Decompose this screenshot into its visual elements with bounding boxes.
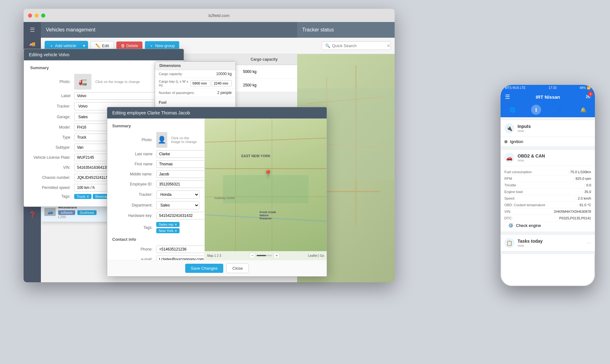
last-name-label: Last name: [112, 152, 156, 156]
employee-photo-row: Photo: 👤 Click on the image to change: [112, 132, 199, 148]
obd2-subtitle: now: [518, 158, 545, 162]
truck-icon[interactable]: 🚚: [27, 39, 37, 49]
tab-bell[interactable]: 🔔: [578, 105, 588, 115]
tags-field-label: Tags:: [30, 194, 74, 199]
phone-carrier: MTS RUS LTE: [505, 86, 525, 90]
search-input[interactable]: [332, 43, 385, 48]
map-label: Fresh CreekNaturePreserve: [260, 211, 276, 220]
browser-titlebar: b2field.com: [24, 9, 395, 22]
map-park-area: [223, 175, 308, 203]
zoom-out-button[interactable]: −: [249, 252, 255, 259]
close-button[interactable]: Close: [226, 263, 249, 273]
dtc-row: DTC: P0325,P0135,P0141: [504, 215, 591, 222]
first-name-label: First name: [112, 162, 156, 166]
tab-globe[interactable]: 🌐: [507, 105, 518, 115]
employee-id-input[interactable]: [156, 180, 205, 188]
zoom-in-button[interactable]: ＋: [274, 252, 280, 259]
email-input[interactable]: [156, 256, 205, 260]
first-name-input[interactable]: [156, 160, 205, 168]
cargo-capacity-row: Cargo capacity: 10000 kg: [155, 70, 236, 78]
hardware-key-input[interactable]: [156, 212, 205, 219]
inputs-title: Inputs: [518, 124, 531, 129]
dimensions-tab[interactable]: Dimensions: [155, 62, 236, 70]
phone-message-badge: 3: [588, 91, 593, 97]
map-road: [205, 168, 327, 169]
department-row: Department: Sales: [112, 201, 199, 209]
speed-field-label: Permitted speed:: [30, 185, 74, 190]
location-marker: 📍: [264, 170, 272, 178]
phone-input[interactable]: [156, 245, 205, 253]
ignition-dot: [504, 140, 507, 143]
phone-hamburger-icon[interactable]: ☰: [505, 93, 510, 100]
coolant-temp-value: 61.0 °C: [580, 203, 591, 207]
type-field-label: Type: [30, 135, 74, 140]
save-changes-button[interactable]: Save Changes: [185, 264, 223, 273]
check-engine-label: Check engine: [516, 223, 541, 228]
hamburger-icon[interactable]: ☰: [30, 26, 35, 33]
inputs-subtitle: now: [518, 129, 531, 133]
left-help-icon[interactable]: ❓: [29, 211, 36, 218]
vehicle-photo[interactable]: 🚛: [74, 74, 92, 90]
cargo-bay-row: Cargo bay (L x W x H):: [155, 78, 236, 89]
remove-tag-truck[interactable]: ✕: [86, 195, 89, 198]
speed-value: 2.0 km/h: [578, 196, 591, 200]
tracker-field-label: Tracker:: [30, 104, 74, 108]
plus-icon-group: ＋: [149, 43, 153, 49]
ignition-row: Ignition: [501, 137, 595, 146]
search-box[interactable]: 🔍 ✕: [322, 41, 391, 50]
vehicle-capacity: 2500 kg: [243, 83, 293, 87]
inputs-card-info: Inputs now: [518, 124, 531, 133]
employee-id-row: Employee ID:: [112, 180, 199, 188]
employee-tracker-select[interactable]: Honda: [156, 190, 199, 199]
clear-search-icon[interactable]: ✕: [387, 43, 390, 48]
employee-tracker-row: Tracker: Honda: [112, 190, 199, 199]
license-plate-label: Vehicle License Plate:: [30, 155, 74, 160]
last-name-input[interactable]: [156, 150, 205, 158]
cargo-bay-length[interactable]: [190, 80, 210, 86]
department-select[interactable]: Sales: [156, 201, 199, 209]
url-bar[interactable]: b2field.com: [48, 13, 390, 18]
employee-photo[interactable]: 👤: [156, 132, 167, 148]
tab-person[interactable]: 👤: [555, 105, 565, 115]
mitsubishi-tags: software Southeast: [58, 210, 98, 215]
first-name-row: First name: [112, 160, 199, 168]
engine-load-row: Engine load : 35.0: [504, 189, 591, 195]
remove-tag-newyork[interactable]: ✕: [175, 229, 177, 233]
coolant-temp-label: OBD: Coolant temperature: [504, 203, 576, 207]
close-traffic-light[interactable]: [28, 14, 32, 18]
phone-battery: 48% 📶: [580, 86, 591, 90]
employee-tags-label: Tags:: [112, 225, 156, 230]
fuel-consumption-value: 75.0 L/100km: [570, 170, 591, 174]
tag-sales-rep: Sales rep ✕: [156, 222, 180, 227]
tasks-more-icon[interactable]: ···: [587, 240, 591, 246]
vehicle-capacity: 5000 kg: [243, 69, 293, 74]
middle-name-input[interactable]: [156, 170, 205, 178]
map-label: EAST NEW YORK: [241, 154, 270, 158]
employee-summary-title: Summary: [112, 124, 199, 128]
tag-southeast: Southeast: [77, 210, 97, 215]
remove-tag-salesrep[interactable]: ✕: [175, 223, 177, 226]
photo-area[interactable]: 🚛 Click on the image to change: [74, 74, 140, 90]
throttle-row: Throttle : 0.0: [504, 182, 591, 189]
zoom-slider[interactable]: [257, 255, 272, 256]
employee-body: Summary Photo: 👤 Click on the image to c…: [107, 119, 327, 260]
minimize-traffic-light[interactable]: [35, 14, 39, 18]
check-engine-icon: ⚙️: [508, 223, 513, 228]
vin-label: VIN:: [504, 210, 554, 213]
tab-info[interactable]: ℹ: [531, 105, 541, 115]
cargo-bay-width[interactable]: [212, 80, 232, 86]
speed-row: Speed : 2.0 km/h: [504, 195, 591, 202]
tasks-card-icon: 📋: [504, 238, 514, 248]
map-navigation: Map 1 2 3: [207, 254, 221, 257]
edit-employee-dialog: Editing employee Clarke Thomas Jacob Sum…: [107, 107, 327, 277]
rpm-row: RPM : 825.0 rpm: [504, 175, 591, 182]
maximize-traffic-light[interactable]: [41, 14, 45, 18]
employee-photo-area[interactable]: 👤 Click on the image to change: [156, 132, 199, 148]
phone-row: Phone:: [112, 245, 199, 253]
department-label: Department:: [112, 203, 156, 207]
fuel-consumption-row: Fuel consumption : 75.0 L/100km: [504, 169, 591, 175]
edit-employee-titlebar: Editing employee Clarke Thomas Jacob: [107, 107, 327, 119]
employee-tracker-label: Tracker:: [112, 192, 156, 197]
hardware-key-row: Hardware key:: [112, 212, 199, 219]
middle-name-row: Middle name:: [112, 170, 199, 178]
